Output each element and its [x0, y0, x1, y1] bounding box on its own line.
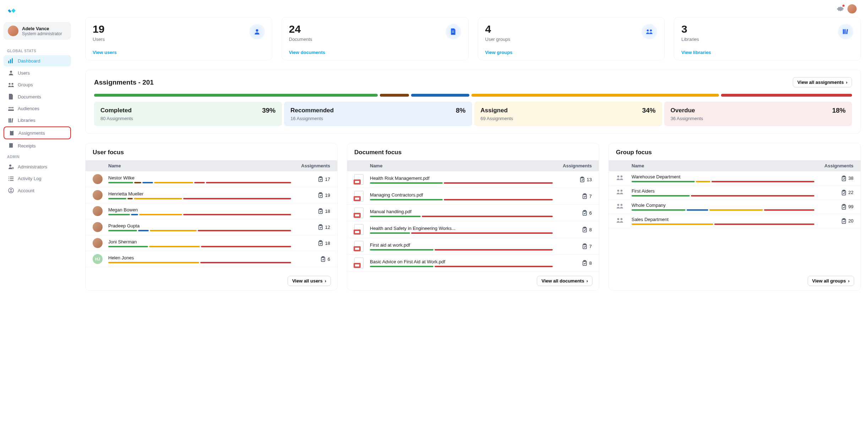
admin-icon: [7, 164, 15, 169]
table-row[interactable]: Joni Sherman 18: [86, 235, 337, 251]
table-row[interactable]: Manual handling.pdf 6: [347, 205, 599, 221]
nav-label: Activity Log: [18, 176, 41, 181]
row-name: Sales Department: [632, 217, 814, 222]
table-row[interactable]: Managing Contractors.pdf 7: [347, 188, 599, 205]
row-count: 6: [328, 257, 330, 262]
row-count: 18: [325, 241, 330, 246]
stat-link[interactable]: View libraries: [681, 50, 711, 55]
table-row[interactable]: HJ Helen Jones 6: [86, 251, 337, 267]
document-icon: [354, 174, 364, 185]
row-name: Helen Jones: [108, 255, 291, 260]
nav-label: Documents: [18, 94, 41, 99]
focus-title: Document focus: [347, 143, 599, 160]
row-name: Health Risk Management.pdf: [370, 176, 553, 181]
svg-rect-53: [583, 244, 586, 249]
document-icon: [354, 191, 364, 201]
user-avatar: [8, 26, 18, 36]
svg-rect-33: [319, 177, 322, 182]
sidebar-item-groups[interactable]: Groups: [4, 79, 71, 90]
avatar: HJ: [93, 254, 103, 264]
status-card-completed[interactable]: Completed39% 80 Assignments: [94, 102, 282, 126]
sidebar-item-assignments[interactable]: Assignments: [4, 126, 71, 139]
svg-rect-43: [321, 257, 325, 262]
progress-segment: [380, 94, 409, 97]
users-icon: [616, 217, 624, 224]
col-name: Name: [370, 163, 553, 168]
svg-rect-71: [842, 219, 846, 223]
svg-rect-49: [583, 211, 586, 215]
table-row[interactable]: Nestor Wilke 17: [86, 171, 337, 187]
status-card-overdue[interactable]: Overdue18% 36 Assignments: [664, 102, 852, 126]
sidebar-item-libraries[interactable]: Libraries: [4, 115, 71, 126]
sidebar-item-administrators[interactable]: Administrators: [4, 161, 71, 172]
account-icon: [7, 188, 15, 193]
svg-rect-35: [319, 193, 322, 198]
table-row[interactable]: First aid at work.pdf 7: [347, 238, 599, 255]
table-row[interactable]: Pradeep Gupta 12: [86, 219, 337, 235]
view-all-button[interactable]: View all groups›: [808, 276, 854, 286]
svg-rect-32: [846, 29, 848, 34]
svg-rect-30: [843, 29, 844, 34]
avatar: [93, 174, 103, 184]
row-count: 12: [325, 225, 330, 230]
sidebar-item-activity-log[interactable]: Activity Log: [4, 173, 71, 184]
row-name: Managing Contractors.pdf: [370, 192, 553, 198]
sidebar-item-account[interactable]: Account: [4, 185, 71, 196]
notification-dot: [842, 5, 845, 7]
sidebar-item-documents[interactable]: Documents: [4, 91, 71, 102]
stat-card: 24 Documents View documents: [282, 17, 469, 60]
svg-point-3: [10, 71, 12, 73]
settings-icon[interactable]: [837, 5, 844, 12]
library-icon: [838, 24, 853, 39]
table-row[interactable]: Sales Department 20: [609, 214, 861, 228]
table-row[interactable]: First Aiders 22: [609, 185, 861, 200]
row-name: First aid at work.pdf: [370, 242, 553, 248]
stat-link[interactable]: View users: [93, 50, 117, 55]
status-card-recommended[interactable]: Recommended8% 16 Assignments: [284, 102, 472, 126]
status-card-assigned[interactable]: Assigned34% 69 Assignments: [474, 102, 662, 126]
users-icon: [7, 82, 15, 87]
table-row[interactable]: Warehouse Department 38: [609, 171, 861, 185]
chevron-right-icon: ›: [325, 278, 326, 284]
nav-label: Groups: [18, 82, 33, 87]
library-icon: [7, 118, 15, 123]
sidebar-item-audiences[interactable]: Audiences: [4, 103, 71, 114]
sidebar-item-dashboard[interactable]: Dashboard: [4, 55, 71, 66]
stat-link[interactable]: View groups: [485, 50, 513, 55]
stat-card: 3 Libraries View libraries: [674, 17, 861, 60]
svg-point-24: [10, 189, 12, 190]
svg-point-62: [621, 190, 623, 192]
users-icon: [616, 203, 624, 210]
view-all-button[interactable]: View all users›: [288, 276, 331, 286]
table-row[interactable]: Health Risk Management.pdf 13: [347, 171, 599, 188]
stat-link[interactable]: View documents: [289, 50, 325, 55]
table-row[interactable]: Basic Advice on First Aid at Work.pdf 8: [347, 255, 599, 271]
sidebar-item-receipts[interactable]: Receipts: [4, 140, 71, 151]
table-row[interactable]: Health and Safety in Engineering Works..…: [347, 221, 599, 238]
document-icon: [354, 258, 364, 268]
view-all-button[interactable]: View all documents›: [537, 276, 593, 286]
row-name: Basic Advice on First Aid at Work.pdf: [370, 259, 553, 264]
view-all-assignments-button[interactable]: View all assignments ›: [793, 77, 852, 87]
svg-point-69: [617, 218, 619, 220]
svg-point-16: [12, 167, 13, 169]
chevron-right-icon: ›: [586, 278, 588, 284]
app-logo[interactable]: [6, 6, 16, 15]
nav-section-global: GLOBAL STATS: [4, 46, 71, 55]
row-name: Health and Safety in Engineering Works..…: [370, 226, 553, 231]
topbar-avatar[interactable]: [847, 4, 857, 14]
table-row[interactable]: Whole Company 99: [609, 200, 861, 214]
status-sub: 69 Assignments: [481, 116, 656, 121]
audience-icon: [7, 106, 15, 111]
row-name: Megan Bowen: [108, 207, 291, 212]
col-assign: Assignments: [553, 163, 592, 168]
table-row[interactable]: Henrietta Mueller 19: [86, 187, 337, 203]
nav-label: Assignments: [18, 130, 45, 136]
table-row[interactable]: Megan Bowen 18: [86, 203, 337, 219]
svg-rect-31: [845, 29, 846, 34]
user-icon: [249, 24, 265, 39]
status-pct: 34%: [642, 107, 656, 114]
current-user-card[interactable]: Adele Vance System administrator: [4, 22, 71, 40]
sidebar-item-users[interactable]: Users: [4, 67, 71, 79]
col-name: Name: [108, 163, 291, 168]
